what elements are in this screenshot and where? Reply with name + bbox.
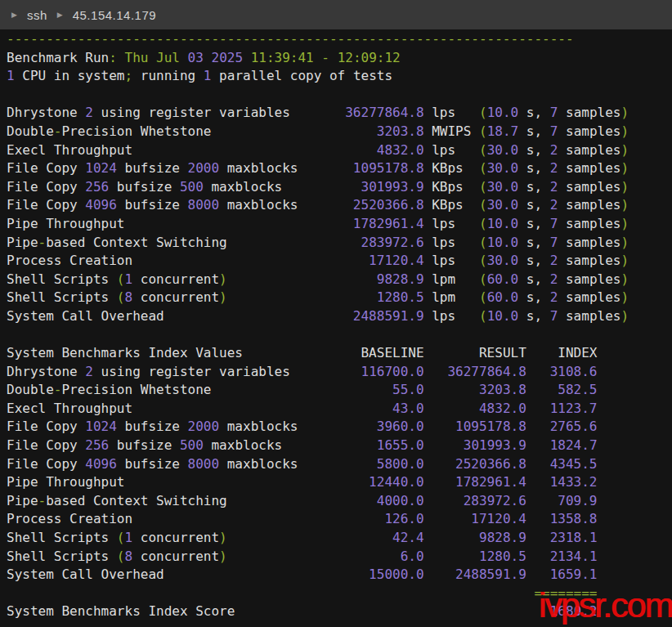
index-table-row: Shell Scripts (8 concurrent) 6.0 1280.5 … [7,548,672,567]
index-table-row: System Call Overhead 15000.0 2488591.9 1… [7,566,672,584]
benchmark-result-line: Pipe Throughput 1782961.4 lps (10.0 s, 7… [7,215,672,234]
index-table-row: Pipe-based Context Switching 4000.0 2839… [7,492,672,511]
benchmark-result-line: System Call Overhead 2488591.9 lps (10.0… [7,307,672,326]
benchmark-result-line: File Copy 256 bufsize 500 maxblocks 3019… [7,178,672,197]
blank-line [7,86,672,105]
index-table-row: Pipe Throughput 12440.0 1782961.4 1433.2 [7,473,672,492]
index-table-row: File Copy 256 bufsize 500 maxblocks 1655… [7,437,672,455]
cpu-info-line: 1 CPU in system; running 1 parallel copy… [7,67,672,86]
index-table-row: Shell Scripts (1 concurrent) 42.4 9828.9… [7,529,672,548]
index-table-row: File Copy 4096 bufsize 8000 maxblocks 58… [7,455,672,474]
benchmark-result-line: Shell Scripts (1 concurrent) 9828.9 lpm … [7,271,672,289]
index-table-row: Double-Precision Whetstone 55.0 3203.8 5… [7,381,672,400]
chevron-right-icon: ▶ [11,11,17,19]
benchmark-result-line: File Copy 1024 bufsize 2000 maxblocks 10… [7,159,672,178]
benchmark-run-line: Benchmark Run: Thu Jul 03 2025 11:39:41 … [7,49,672,68]
index-table-row: File Copy 1024 bufsize 2000 maxblocks 39… [7,418,672,437]
index-table-row: Dhrystone 2 using register variables 116… [7,363,672,382]
ssh-terminal-window: ▶ ssh ▶ 45.154.14.179 ------------------… [0,0,672,627]
benchmark-result-line: Dhrystone 2 using register variables 362… [7,104,672,123]
index-table-row: Process Creation 126.0 17120.4 1358.8 [7,510,672,529]
benchmark-result-line: File Copy 4096 bufsize 8000 maxblocks 25… [7,196,672,215]
index-table-header: System Benchmarks Index Values BASELINE … [7,344,672,363]
benchmark-result-line: Shell Scripts (8 concurrent) 1280.5 lpm … [7,289,672,307]
breadcrumb-ssh[interactable]: ssh [27,8,47,22]
chevron-right-icon: ▶ [57,11,63,19]
score-separator-line: ======== [7,584,672,603]
separator-line: ----------------------------------------… [7,30,672,49]
index-score-line: System Benchmarks Index Score 1680.2 [7,602,672,621]
index-table-row: Execl Throughput 43.0 4832.0 1123.7 [7,400,672,419]
terminal-body[interactable]: ----------------------------------------… [0,29,672,627]
benchmark-result-line: Pipe-based Context Switching 283972.6 lp… [7,234,672,253]
benchmark-result-line: Process Creation 17120.4 lps (30.0 s, 2 … [7,252,672,271]
breadcrumb-host-ip[interactable]: 45.154.14.179 [73,8,156,22]
blank-line [7,326,672,345]
titlebar: ▶ ssh ▶ 45.154.14.179 [0,0,672,29]
benchmark-result-line: Double-Precision Whetstone 3203.8 MWIPS … [7,123,672,141]
benchmark-result-line: Execl Throughput 4832.0 lps (30.0 s, 2 s… [7,141,672,160]
